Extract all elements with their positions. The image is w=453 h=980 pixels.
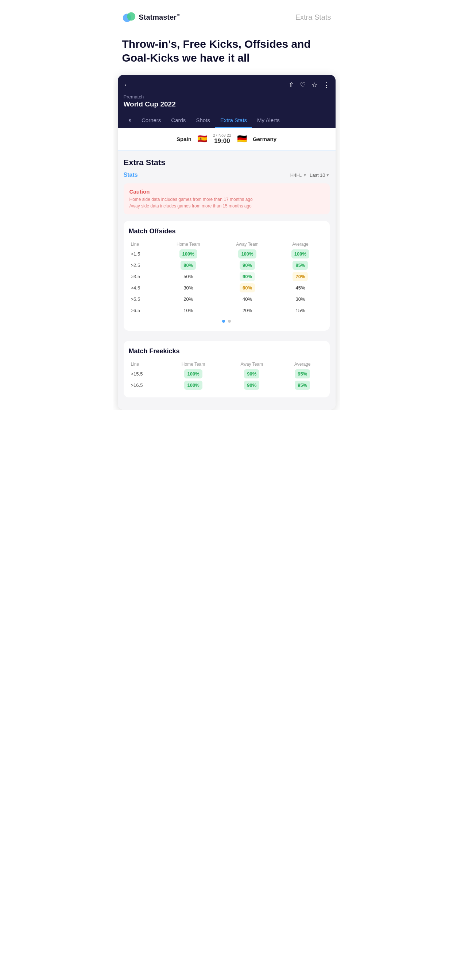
content-area: Extra Stats Stats H4H.. ▼ Last 10 ▼ Caut… xyxy=(118,151,335,410)
stats-label: Stats xyxy=(124,172,138,178)
extra-stats-title: Extra Stats xyxy=(124,158,330,167)
nav-title: World Cup 2022 xyxy=(124,100,330,108)
match-date: 27 Nov 22 xyxy=(213,133,231,137)
match-time: 19:00 xyxy=(213,137,231,145)
offsides-title: Match Offsides xyxy=(129,228,325,235)
offsides-pagination xyxy=(129,320,325,323)
back-button[interactable]: ← xyxy=(124,81,131,89)
away-flag: 🇩🇪 xyxy=(237,134,247,144)
table-row: >4.530%60%45% xyxy=(129,282,325,293)
caution-line1: Home side data includes games from more … xyxy=(129,196,324,203)
nav-breadcrumb: Prematch xyxy=(124,94,330,100)
filter-h4h-button[interactable]: H4H.. ▼ xyxy=(290,172,307,178)
freekicks-table: Line Home Team Away Team Average >15.510… xyxy=(129,360,325,391)
match-bar: Spain 🇪🇸 27 Nov 22 19:00 🇩🇪 Germany xyxy=(118,128,335,151)
share-icon[interactable]: ⇧ xyxy=(289,81,294,89)
phone-mockup: ← ⇧ ♡ ☆ ⋮ Prematch World Cup 2022 s Corn… xyxy=(118,75,335,410)
caution-box: Caution Home side data includes games fr… xyxy=(124,183,330,215)
h4h-arrow-icon: ▼ xyxy=(303,173,307,177)
fk-col-home: Home Team xyxy=(163,360,223,368)
col-line: Line xyxy=(129,240,158,248)
tab-corners[interactable]: Corners xyxy=(136,113,166,128)
table-row: >6.510%20%15% xyxy=(129,305,325,316)
table-row: >16.5100%90%95% xyxy=(129,380,325,391)
nav-icons: ⇧ ♡ ☆ ⋮ xyxy=(289,81,330,89)
header-extra-stats-label: Extra Stats xyxy=(295,13,331,22)
home-team-name: Spain xyxy=(177,136,191,142)
tab-cards[interactable]: Cards xyxy=(166,113,191,128)
tab-extra-stats[interactable]: Extra Stats xyxy=(215,113,252,128)
table-row: >1.5100%100%100% xyxy=(129,248,325,259)
col-away: Away Team xyxy=(219,240,276,248)
logo-text: Statmaster™ xyxy=(139,13,180,22)
offsides-card: Match Offsides Line Home Team Away Team … xyxy=(124,221,330,331)
bell-icon[interactable]: ♡ xyxy=(300,81,306,89)
caution-title: Caution xyxy=(129,188,324,195)
table-row: >15.5100%90%95% xyxy=(129,368,325,380)
tab-shots[interactable]: Shots xyxy=(191,113,215,128)
logo-icon xyxy=(122,10,136,24)
offsides-table: Line Home Team Away Team Average >1.5100… xyxy=(129,240,325,316)
tab-s[interactable]: s xyxy=(124,113,137,128)
fk-col-avg: Average xyxy=(281,360,325,368)
last-arrow-icon: ▼ xyxy=(326,173,330,177)
phone-nav: ← ⇧ ♡ ☆ ⋮ Prematch World Cup 2022 s Corn… xyxy=(118,75,335,128)
stats-filter-row: Stats H4H.. ▼ Last 10 ▼ xyxy=(124,172,330,178)
caution-line2: Away side data includes games from more … xyxy=(129,203,324,209)
freekicks-title: Match Freekicks xyxy=(129,347,325,355)
dot-1 xyxy=(222,320,225,323)
col-avg: Average xyxy=(276,240,324,248)
filter-buttons: H4H.. ▼ Last 10 ▼ xyxy=(290,172,330,178)
more-icon[interactable]: ⋮ xyxy=(323,81,330,89)
table-row: >5.520%40%30% xyxy=(129,293,325,305)
phone-nav-top: ← ⇧ ♡ ☆ ⋮ xyxy=(124,81,330,89)
home-flag: 🇪🇸 xyxy=(197,134,207,144)
star-icon[interactable]: ☆ xyxy=(311,81,317,89)
hero-title: Throw-in's, Free Kicks, Offsides and Goa… xyxy=(122,37,331,65)
svg-point-1 xyxy=(127,13,135,21)
logo-area: Statmaster™ xyxy=(122,10,180,24)
tab-bar: s Corners Cards Shots Extra Stats My Ale… xyxy=(124,113,330,128)
dot-2 xyxy=(228,320,231,323)
table-row: >2.580%90%85% xyxy=(129,259,325,271)
col-home: Home Team xyxy=(158,240,219,248)
away-team-name: Germany xyxy=(253,136,276,142)
filter-last-button[interactable]: Last 10 ▼ xyxy=(309,172,330,178)
fk-col-line: Line xyxy=(129,360,164,368)
table-row: >3.550%90%70% xyxy=(129,271,325,282)
freekicks-card: Match Freekicks Line Home Team Away Team… xyxy=(124,341,330,398)
app-header: Statmaster™ Extra Stats xyxy=(113,0,340,30)
hero-section: Throw-in's, Free Kicks, Offsides and Goa… xyxy=(113,30,340,75)
match-time-block: 27 Nov 22 19:00 xyxy=(213,133,231,145)
fk-col-away: Away Team xyxy=(223,360,281,368)
tab-my-alerts[interactable]: My Alerts xyxy=(252,113,285,128)
